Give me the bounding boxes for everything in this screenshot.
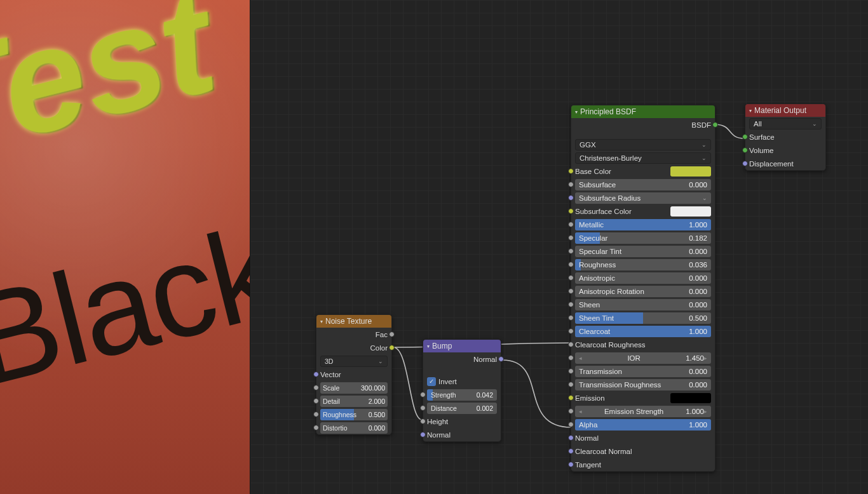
bump-strength[interactable]: Strength 0.042 — [423, 388, 501, 401]
socket[interactable] — [742, 134, 748, 140]
noise-dim-select[interactable]: 3D ⌄ — [316, 354, 391, 368]
socket[interactable] — [742, 147, 748, 153]
bsdf-subsurface-color[interactable]: Subsurface Color — [571, 204, 715, 218]
bsdf-base-color[interactable]: Base Color — [571, 164, 715, 178]
socket[interactable] — [742, 161, 748, 166]
bsdf-clearcoat[interactable]: Clearcoat1.000 — [571, 324, 715, 338]
socket[interactable] — [568, 302, 574, 307]
socket[interactable] — [568, 168, 574, 174]
bsdf-sss-select[interactable]: Christensen-Burley ⌄ — [571, 151, 715, 164]
bsdf-dist-select[interactable]: GGX ⌄ — [571, 138, 715, 151]
bsdf-normal[interactable]: Normal — [571, 431, 715, 444]
color-swatch[interactable] — [670, 206, 711, 217]
noise-scale[interactable]: Scale300.000 — [316, 381, 391, 394]
socket[interactable] — [420, 418, 426, 424]
socket[interactable] — [568, 235, 574, 241]
bsdf-alpha[interactable]: Alpha1.000 — [571, 418, 715, 431]
socket[interactable] — [313, 398, 319, 404]
checkbox-icon[interactable]: ✓ — [427, 377, 436, 386]
socket[interactable] — [568, 395, 574, 401]
bsdf-anisotropic[interactable]: Anisotropic0.000 — [571, 271, 715, 284]
node-header[interactable]: ▾ Material Output — [745, 104, 825, 117]
socket[interactable] — [420, 392, 426, 397]
socket[interactable] — [313, 411, 319, 417]
socket[interactable] — [568, 262, 574, 267]
socket[interactable] — [568, 408, 574, 414]
noise-roughness[interactable]: Roughness0.500 — [316, 408, 391, 421]
socket[interactable] — [568, 275, 574, 281]
bsdf-tangent[interactable]: Tangent — [571, 458, 715, 471]
node-principled-bsdf[interactable]: ▾ Principled BSDF BSDF GGX ⌄ Christensen… — [571, 105, 715, 472]
mat-target-select[interactable]: All ⌄ — [745, 117, 825, 130]
socket[interactable] — [568, 355, 574, 361]
socket[interactable] — [420, 405, 426, 411]
chevron-down-icon: ⌄ — [378, 358, 383, 364]
node-bump[interactable]: ▾ Bump Normal ✓ Invert Strength 0.042 Di… — [423, 339, 501, 442]
noise-distortio[interactable]: Distortio0.000 — [316, 421, 391, 434]
out-normal[interactable]: Normal — [423, 352, 501, 366]
socket[interactable] — [568, 422, 574, 427]
socket[interactable] — [389, 331, 395, 337]
socket[interactable] — [568, 462, 574, 467]
chevron-down-icon: ⌄ — [812, 121, 817, 127]
in-height[interactable]: Height — [423, 415, 501, 428]
socket[interactable] — [568, 328, 574, 334]
bsdf-transmission-roughness[interactable]: Transmission Roughness0.000 — [571, 378, 715, 391]
socket[interactable] — [568, 342, 574, 347]
out-fac[interactable]: Fac — [316, 328, 391, 341]
socket[interactable] — [313, 425, 319, 431]
bsdf-specular-tint[interactable]: Specular Tint0.000 — [571, 244, 715, 258]
in-normal[interactable]: Normal — [423, 428, 501, 441]
color-swatch[interactable] — [670, 393, 711, 403]
socket[interactable] — [568, 182, 574, 187]
socket[interactable] — [568, 368, 574, 374]
bsdf-transmission[interactable]: Transmission0.000 — [571, 364, 715, 378]
out-color[interactable]: Color — [316, 341, 391, 354]
out-bsdf[interactable]: BSDF — [571, 118, 715, 131]
in-displacement[interactable]: Displacement — [745, 157, 825, 170]
bsdf-sheen[interactable]: Sheen0.000 — [571, 298, 715, 311]
node-header[interactable]: ▾ Principled BSDF — [571, 105, 715, 118]
color-swatch[interactable] — [670, 166, 711, 177]
in-vector[interactable]: Vector — [316, 368, 391, 381]
bsdf-metallic[interactable]: Metallic1.000 — [571, 218, 715, 231]
bump-invert-check[interactable]: ✓ Invert — [423, 375, 501, 388]
socket[interactable] — [313, 371, 319, 377]
socket[interactable] — [712, 122, 718, 128]
bsdf-anisotropic-rotation[interactable]: Anisotropic Rotation0.000 — [571, 284, 715, 298]
node-title: Bump — [432, 342, 452, 350]
socket[interactable] — [420, 432, 426, 437]
socket[interactable] — [568, 222, 574, 227]
socket[interactable] — [313, 385, 319, 391]
bsdf-specular[interactable]: Specular0.182 — [571, 231, 715, 244]
bsdf-emission-strength[interactable]: ◂Emission Strength1.000▸ — [571, 404, 715, 418]
socket[interactable] — [568, 435, 574, 441]
socket[interactable] — [568, 248, 574, 254]
socket[interactable] — [568, 448, 574, 454]
socket[interactable] — [498, 356, 504, 362]
socket[interactable] — [389, 345, 395, 350]
socket[interactable] — [568, 382, 574, 387]
bsdf-clearcoat-normal[interactable]: Clearcoat Normal — [571, 444, 715, 458]
bsdf-clearcoat-roughness[interactable]: Clearcoat Roughness — [571, 338, 715, 351]
noise-detail[interactable]: Detail2.000 — [316, 394, 391, 408]
node-noise-texture[interactable]: ▾ Noise Texture Fac Color 3D ⌄ Vector Sc… — [316, 314, 392, 435]
bsdf-ior[interactable]: ◂IOR1.450▸ — [571, 351, 715, 364]
socket[interactable] — [568, 208, 574, 214]
collapse-icon: ▾ — [320, 319, 323, 324]
node-header[interactable]: ▾ Bump — [423, 340, 501, 352]
socket[interactable] — [568, 195, 574, 201]
node-header[interactable]: ▾ Noise Texture — [316, 315, 391, 328]
socket[interactable] — [568, 315, 574, 321]
bsdf-subsurface-radius[interactable]: Subsurface Radius⌄ — [571, 191, 715, 204]
bsdf-sheen-tint[interactable]: Sheen Tint0.500 — [571, 311, 715, 324]
in-volume[interactable]: Volume — [745, 144, 825, 157]
in-surface[interactable]: Surface — [745, 130, 825, 144]
socket[interactable] — [568, 288, 574, 294]
bsdf-roughness[interactable]: Roughness0.036 — [571, 258, 715, 271]
node-material-output[interactable]: ▾ Material Output All ⌄ Surface Volume D… — [745, 103, 826, 171]
bump-distance[interactable]: Distance 0.002 — [423, 401, 501, 415]
collapse-icon: ▾ — [749, 108, 752, 114]
bsdf-emission[interactable]: Emission — [571, 391, 715, 404]
bsdf-subsurface[interactable]: Subsurface0.000 — [571, 178, 715, 191]
